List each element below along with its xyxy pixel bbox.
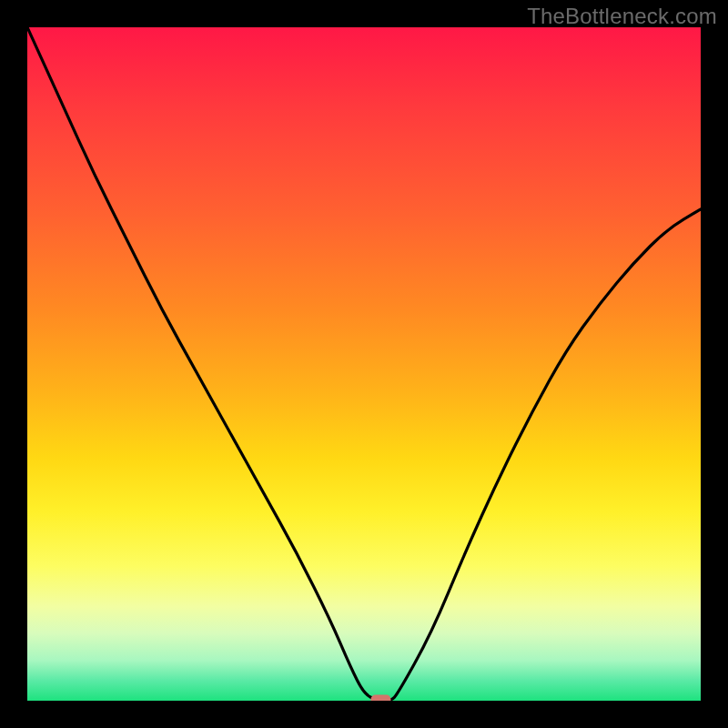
curve-layer: [27, 27, 701, 701]
min-marker: [371, 695, 391, 702]
plot-area: [27, 27, 701, 701]
watermark-text: TheBottleneck.com: [527, 4, 717, 29]
bottleneck-curve: [27, 27, 701, 701]
chart-frame: TheBottleneck.com: [0, 0, 728, 728]
